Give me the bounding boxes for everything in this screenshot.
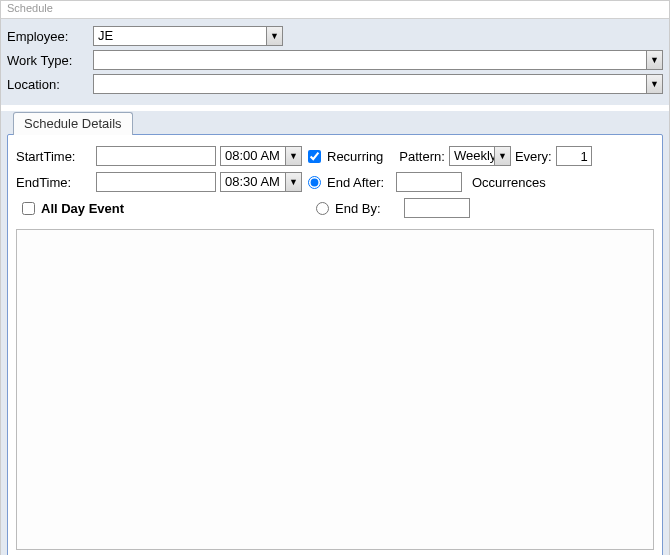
- window-title: Schedule: [1, 1, 669, 19]
- end-time-combo[interactable]: 08:30 AM ▼: [220, 172, 302, 192]
- worktype-value: [94, 51, 646, 69]
- header-panel: Employee: JE ▼ Work Type: ▼ Location: ▼: [1, 19, 669, 105]
- employee-dropdown-button[interactable]: ▼: [266, 27, 282, 45]
- notes-area[interactable]: [16, 229, 654, 550]
- recurring-checkbox[interactable]: [308, 150, 321, 163]
- end-time-label: EndTime:: [16, 175, 92, 190]
- recurring-label: Recurring: [327, 149, 383, 164]
- worktype-dropdown-button[interactable]: ▼: [646, 51, 662, 69]
- end-by-input[interactable]: [404, 198, 470, 218]
- tab-schedule-details[interactable]: Schedule Details: [13, 112, 133, 135]
- location-dropdown-button[interactable]: ▼: [646, 75, 662, 93]
- pattern-combo[interactable]: Weekly ▼: [449, 146, 511, 166]
- all-day-label: All Day Event: [41, 201, 124, 216]
- tab-host: Schedule Details StartTime: 08:00 AM ▼ R…: [1, 111, 669, 555]
- employee-label: Employee:: [7, 29, 93, 44]
- chevron-down-icon: ▼: [498, 152, 507, 161]
- all-day-checkbox[interactable]: [22, 202, 35, 215]
- pattern-label: Pattern:: [399, 149, 445, 164]
- schedule-window: Schedule Employee: JE ▼ Work Type: ▼ Loc…: [0, 0, 670, 555]
- chevron-down-icon: ▼: [650, 80, 659, 89]
- tab-strip: Schedule Details: [7, 111, 663, 134]
- pattern-dropdown-button[interactable]: ▼: [494, 147, 510, 165]
- end-by-label: End By:: [335, 201, 400, 216]
- worktype-combo[interactable]: ▼: [93, 50, 663, 70]
- chevron-down-icon: ▼: [289, 178, 298, 187]
- worktype-label: Work Type:: [7, 53, 93, 68]
- chevron-down-icon: ▼: [289, 152, 298, 161]
- employee-value: JE: [94, 27, 266, 45]
- occurrences-label: Occurrences: [472, 175, 546, 190]
- chevron-down-icon: ▼: [650, 56, 659, 65]
- location-combo[interactable]: ▼: [93, 74, 663, 94]
- chevron-down-icon: ▼: [270, 32, 279, 41]
- start-date-input[interactable]: [96, 146, 216, 166]
- location-value: [94, 75, 646, 93]
- pattern-value: Weekly: [450, 147, 494, 165]
- end-time-value: 08:30 AM: [221, 173, 285, 191]
- employee-combo[interactable]: JE ▼: [93, 26, 283, 46]
- end-after-label: End After:: [327, 175, 392, 190]
- end-time-dropdown-button[interactable]: ▼: [285, 173, 301, 191]
- end-date-input[interactable]: [96, 172, 216, 192]
- end-after-radio[interactable]: [308, 176, 321, 189]
- start-time-combo[interactable]: 08:00 AM ▼: [220, 146, 302, 166]
- every-input[interactable]: [556, 146, 592, 166]
- location-label: Location:: [7, 77, 93, 92]
- tab-body: StartTime: 08:00 AM ▼ Recurring Pattern:…: [7, 134, 663, 555]
- end-after-input[interactable]: [396, 172, 462, 192]
- every-label: Every:: [515, 149, 552, 164]
- start-time-value: 08:00 AM: [221, 147, 285, 165]
- start-time-dropdown-button[interactable]: ▼: [285, 147, 301, 165]
- start-time-label: StartTime:: [16, 149, 92, 164]
- end-by-radio[interactable]: [316, 202, 329, 215]
